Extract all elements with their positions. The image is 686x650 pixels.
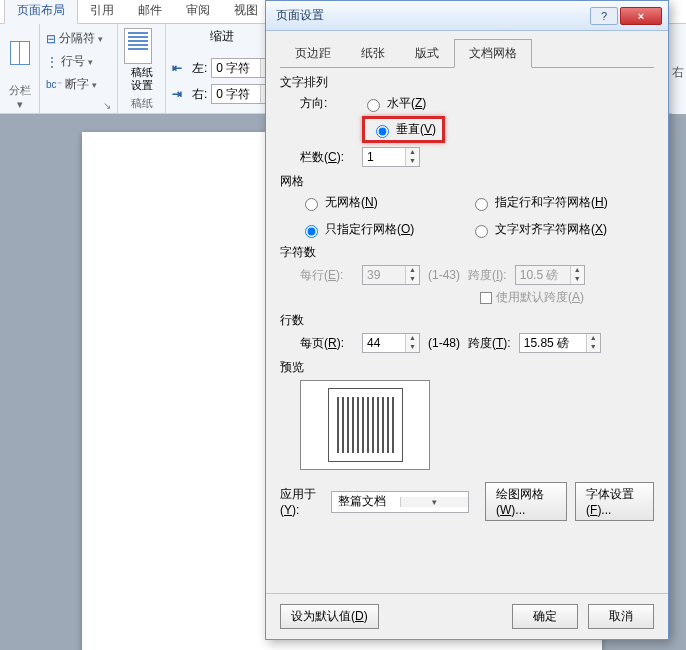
columns-group: 分栏▾ xyxy=(0,24,40,113)
draw-grid-button[interactable]: 绘图网格(W)... xyxy=(485,482,567,521)
tab-page-layout[interactable]: 页面布局 xyxy=(4,0,78,24)
indent-title: 缩进 xyxy=(210,28,234,45)
indent-right-icon: ⇥ xyxy=(172,87,188,101)
dialog-tabs: 页边距 纸张 版式 文档网格 xyxy=(280,39,654,68)
radio-vertical-highlight: 垂直(V) xyxy=(362,116,445,143)
line-numbers-button[interactable]: ⋮行号▾ xyxy=(46,51,103,72)
columns-button[interactable] xyxy=(6,28,34,78)
columns-label-dlg: 栏数(C): xyxy=(300,149,354,166)
paper-group: 稿纸 设置 稿纸 xyxy=(118,24,166,113)
per-page-range: (1-48) xyxy=(428,336,460,350)
radio-line-only-grid[interactable]: 只指定行网格(O) xyxy=(300,221,460,238)
apply-to-select[interactable]: 整篇文档▾ xyxy=(331,491,469,513)
columns-row: 栏数(C): ▲▼ xyxy=(300,147,654,167)
hyphenation-button[interactable]: bc⁻断字▾ xyxy=(46,74,103,95)
per-page-label: 每页(R): xyxy=(300,335,354,352)
per-page-input[interactable]: ▲▼ xyxy=(362,333,420,353)
font-settings-button[interactable]: 字体设置(F)... xyxy=(575,482,654,521)
tab-margins[interactable]: 页边距 xyxy=(280,39,346,68)
dialog-body: 页边距 纸张 版式 文档网格 文字排列 方向: 水平(Z) 垂直(V) 栏数(C… xyxy=(266,31,668,593)
per-line-input: ▲▼ xyxy=(362,265,420,285)
direction-label: 方向: xyxy=(300,95,354,112)
page-setup-dialog: 页面设置 ? × 页边距 纸张 版式 文档网格 文字排列 方向: 水平(Z) 垂… xyxy=(265,0,669,640)
apply-row: 应用于(Y): 整篇文档▾ 绘图网格(W)... 字体设置(F)... xyxy=(280,482,654,521)
close-button[interactable]: × xyxy=(620,7,662,25)
columns-input[interactable]: ▲▼ xyxy=(362,147,420,167)
tab-mailings[interactable]: 邮件 xyxy=(126,0,174,23)
ok-button[interactable]: 确定 xyxy=(512,604,578,629)
use-default-pitch-checkbox: 使用默认跨度(A) xyxy=(480,289,584,306)
radio-horizontal[interactable]: 水平(Z) xyxy=(362,95,426,112)
cancel-button[interactable]: 取消 xyxy=(588,604,654,629)
preview-box xyxy=(300,380,430,470)
preview-section: 预览 xyxy=(280,359,654,376)
line-pitch-input[interactable]: ▲▼ xyxy=(519,333,601,353)
right-truncated-label: 右 xyxy=(672,24,686,114)
grid-section: 网格 xyxy=(280,173,654,190)
indent-right-label: 右: xyxy=(192,86,207,103)
lines-section: 行数 xyxy=(280,312,654,329)
radio-snap-char-grid[interactable]: 文字对齐字符网格(X) xyxy=(470,221,654,238)
help-button[interactable]: ? xyxy=(590,7,618,25)
dialog-title: 页面设置 xyxy=(276,7,324,24)
per-line-range: (1-43) xyxy=(428,268,460,282)
dialog-footer: 设为默认值(D) 确定 取消 xyxy=(266,593,668,639)
per-page-row: 每页(R): ▲▼ (1-48) 跨度(T): ▲▼ xyxy=(300,333,654,353)
radio-vertical[interactable]: 垂直(V) xyxy=(371,121,436,138)
indent-left-row: ⇤ 左: ▲▼ xyxy=(172,58,275,78)
columns-icon xyxy=(10,41,30,65)
use-default-pitch-row: 使用默认跨度(A) xyxy=(480,289,654,306)
breaks-group: ⊟分隔符▾ ⋮行号▾ bc⁻断字▾ ↘ xyxy=(40,24,118,113)
direction-row-vertical: 垂直(V) xyxy=(300,116,654,143)
indent-left-label: 左: xyxy=(192,60,207,77)
radio-line-char-grid[interactable]: 指定行和字符网格(H) xyxy=(470,194,654,211)
columns-label: 分栏▾ xyxy=(9,83,31,111)
preview-page-icon xyxy=(328,388,403,462)
chars-section: 字符数 xyxy=(280,244,654,261)
indent-group: 缩进 ⇤ 左: ▲▼ ⇥ 右: ▲▼ xyxy=(166,24,278,113)
tab-references[interactable]: 引用 xyxy=(78,0,126,23)
tab-review[interactable]: 审阅 xyxy=(174,0,222,23)
dialog-titlebar[interactable]: 页面设置 ? × xyxy=(266,1,668,31)
tab-layout[interactable]: 版式 xyxy=(400,39,454,68)
per-line-label: 每行(E): xyxy=(300,267,354,284)
breaks-button[interactable]: ⊟分隔符▾ xyxy=(46,28,103,49)
indent-left-icon: ⇤ xyxy=(172,61,188,75)
pitch-label: 跨度(I): xyxy=(468,267,507,284)
line-pitch-label: 跨度(T): xyxy=(468,335,511,352)
indent-right-row: ⇥ 右: ▲▼ xyxy=(172,84,275,104)
apply-to-label: 应用于(Y): xyxy=(280,486,323,517)
tab-view[interactable]: 视图 xyxy=(222,0,270,23)
per-line-row: 每行(E): ▲▼ (1-43) 跨度(I): ▲▼ xyxy=(300,265,654,285)
radio-no-grid[interactable]: 无网格(N) xyxy=(300,194,460,211)
paper-settings-button[interactable]: 稿纸 设置 xyxy=(124,28,159,92)
set-default-button[interactable]: 设为默认值(D) xyxy=(280,604,379,629)
tab-doc-grid[interactable]: 文档网格 xyxy=(454,39,532,68)
paper-icon xyxy=(124,28,152,64)
text-direction-section: 文字排列 xyxy=(280,74,654,91)
direction-row: 方向: 水平(Z) xyxy=(300,95,654,112)
tab-paper[interactable]: 纸张 xyxy=(346,39,400,68)
pitch-input: ▲▼ xyxy=(515,265,585,285)
paper-group-label: 稿纸 xyxy=(131,96,153,111)
grid-options: 无网格(N) 指定行和字符网格(H) 只指定行网格(O) 文字对齐字符网格(X) xyxy=(300,194,654,238)
